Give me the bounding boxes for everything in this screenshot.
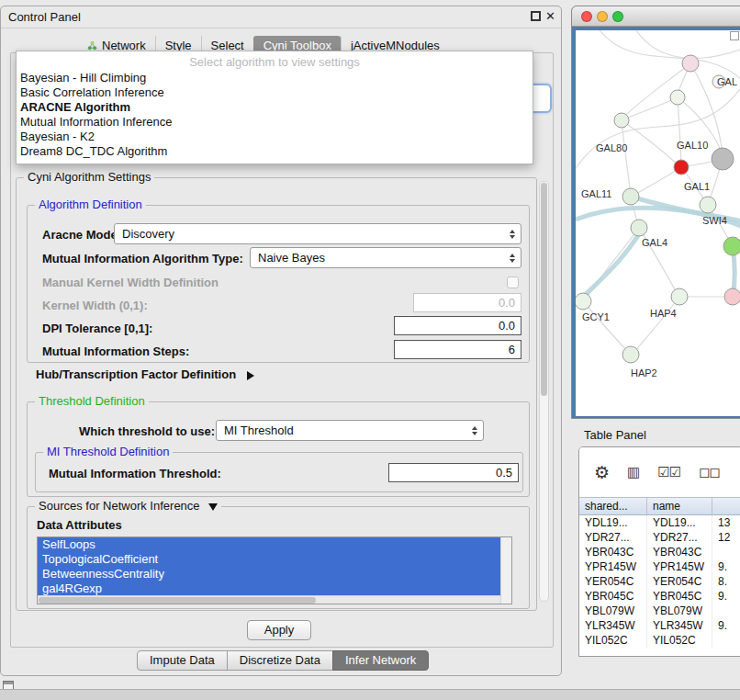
network-node[interactable] (700, 197, 716, 213)
algorithm-option-bayesian-hill-climbing[interactable]: Bayesian - Hill Climbing (17, 71, 533, 85)
table-body: YDL19...YDL19...13YDR27...YDR27...12YBR0… (579, 515, 740, 648)
table-panel-window: ⚙▥☑☑◻◻ shared...name YDL19...YDL19...13Y… (578, 446, 740, 657)
network-node[interactable] (622, 188, 639, 205)
table-row[interactable]: YLR345WYLR345W9. (579, 618, 740, 633)
combo-arrows-icon (472, 426, 477, 435)
hub-definition-toggle[interactable]: Hub/Transcription Factor Definition (36, 367, 254, 381)
data-attributes-list: SelfLoopsTopologicalCoefficientBetweenne… (37, 536, 512, 604)
aracne-mode-select[interactable]: Discovery (114, 223, 521, 244)
table-cell: YLR345W (579, 618, 647, 633)
birdseye-toggle-icon[interactable] (730, 31, 739, 40)
algorithm-option-aracne-algorithm[interactable]: ARACNE Algorithm (17, 100, 533, 115)
network-node[interactable] (631, 220, 647, 236)
apply-button[interactable]: Apply (247, 620, 311, 640)
close-window-button[interactable]: ✕ (545, 9, 555, 23)
expanded-arrow-icon (208, 503, 218, 511)
attribute-list-item[interactable]: gal4RGexp (38, 581, 500, 596)
mi-steps-label: Mutual Information Steps: (42, 344, 189, 358)
which-threshold-select[interactable]: MI Threshold (216, 420, 484, 441)
close-traffic-light-icon[interactable] (581, 11, 592, 22)
mi-threshold-value: 0.5 (496, 466, 512, 480)
network-edge[interactable] (678, 97, 681, 164)
kernel-width-input[interactable]: 0.0 (413, 293, 521, 312)
network-node[interactable] (622, 346, 639, 363)
status-bar (0, 689, 740, 700)
deselect-all-icon[interactable]: ◻◻ (699, 466, 720, 480)
dpi-tolerance-input[interactable]: 0.0 (394, 316, 521, 335)
list-vertical-scrollbar[interactable] (500, 537, 511, 604)
network-edge[interactable] (636, 30, 740, 58)
zoom-traffic-light-icon[interactable] (612, 11, 623, 22)
scrollbar-thumb[interactable] (541, 183, 547, 396)
mi-threshold-definition-group: MI Threshold Definition Mutual Informati… (35, 452, 523, 492)
attribute-list-item[interactable]: TopologicalCoefficient (38, 552, 500, 567)
table-cell: YBR043C (647, 545, 712, 559)
table-row[interactable]: YPR145WYPR145W9. (579, 559, 740, 574)
network-node[interactable] (670, 90, 685, 105)
table-cell: 9. (712, 618, 740, 633)
bottom-tab-impute-data[interactable]: Impute Data (137, 650, 228, 671)
algorithm-option-list: Bayesian - Hill ClimbingBasic Correlatio… (17, 71, 533, 159)
table-row[interactable]: YBR045CYBR045C9. (579, 589, 740, 604)
table-row[interactable]: YBL079WYBL079W (579, 604, 740, 618)
manual-kernel-width-checkbox[interactable] (507, 277, 519, 288)
bottom-tab-discretize-data[interactable]: Discretize Data (227, 650, 333, 671)
columns-icon[interactable]: ▥ (627, 466, 639, 480)
attribute-list-item[interactable]: SelfLoops (38, 537, 500, 552)
network-node[interactable] (674, 160, 689, 175)
network-node-label: GAL11 (581, 188, 611, 199)
network-node[interactable] (724, 288, 740, 305)
scrollbar-thumb[interactable] (39, 597, 316, 604)
settings-group-title: Cyni Algorithm Settings (24, 170, 154, 184)
column-header[interactable]: name (647, 498, 712, 514)
sources-group-title[interactable]: Sources for Network Inference (35, 499, 221, 513)
algorithm-definition-title: Algorithm Definition (35, 198, 146, 211)
table-row[interactable]: YER054CYER054C8. (579, 574, 740, 589)
table-cell: YER054C (579, 574, 647, 589)
algorithm-option-basic-correlation-inference[interactable]: Basic Correlation Inference (17, 85, 533, 100)
network-node[interactable] (576, 293, 591, 310)
column-header[interactable] (712, 498, 740, 514)
network-canvas[interactable]: GALGAL80GAL10GAL11GAL1SWI4GAL4GCY1HAP4HA… (576, 30, 740, 416)
network-window-titlebar[interactable] (572, 6, 740, 27)
network-node[interactable] (682, 55, 699, 72)
bottom-tab-infer-network[interactable]: Infer Network (332, 650, 429, 671)
sources-title-text: Sources for Network Inference (39, 499, 200, 513)
algorithm-option-mutual-information-inference[interactable]: Mutual Information Inference (17, 115, 533, 130)
minimize-traffic-light-icon[interactable] (597, 11, 608, 22)
kernel-width-value: 0.0 (499, 296, 515, 310)
table-cell (712, 633, 740, 648)
network-node[interactable] (614, 113, 629, 128)
threshold-definition-group: Threshold Definition Which threshold to … (27, 401, 530, 497)
network-node[interactable] (723, 237, 740, 255)
table-row[interactable]: YBR043CYBR043C (579, 545, 740, 559)
network-node[interactable] (712, 148, 734, 170)
mi-algorithm-type-select[interactable]: Naive Bayes (250, 247, 521, 268)
gear-icon[interactable]: ⚙ (594, 464, 609, 481)
network-edge[interactable] (636, 167, 681, 194)
algorithm-option-bayesian-k2[interactable]: Bayesian - K2 (17, 130, 533, 144)
table-cell: YIL052C (579, 633, 647, 648)
network-edge[interactable] (583, 301, 627, 351)
aracne-mode-label: Aracne Mode: (42, 228, 121, 242)
table-toolbar: ⚙▥☑☑◻◻ (579, 447, 740, 497)
settings-vertical-scrollbar[interactable] (539, 181, 549, 602)
float-window-button[interactable] (531, 11, 541, 21)
attribute-items: SelfLoopsTopologicalCoefficientBetweenne… (38, 537, 511, 596)
mi-steps-input[interactable]: 6 (394, 340, 521, 359)
algorithm-option-dream8-dc-tdc-algorithm[interactable]: Dream8 DC_TDC Algorithm (17, 144, 533, 159)
select-all-icon[interactable]: ☑☑ (657, 466, 680, 480)
attribute-list-item[interactable]: BetweennessCentrality (38, 567, 500, 581)
table-row[interactable]: YDL19...YDL19...13 (579, 515, 740, 530)
network-edge[interactable] (634, 297, 679, 352)
list-horizontal-scrollbar[interactable] (38, 595, 500, 604)
cyni-mode-tabbar: Impute DataDiscretize DataInfer Network (137, 650, 429, 671)
table-cell: 9. (712, 559, 740, 574)
network-edge[interactable] (622, 120, 678, 164)
table-cell: 12 (712, 530, 740, 545)
mi-threshold-input[interactable]: 0.5 (388, 463, 519, 482)
network-node[interactable] (671, 288, 688, 305)
table-row[interactable]: YIL052CYIL052C (579, 633, 740, 648)
column-header[interactable]: shared... (579, 498, 647, 514)
table-row[interactable]: YDR27...YDR27...12 (579, 530, 740, 545)
